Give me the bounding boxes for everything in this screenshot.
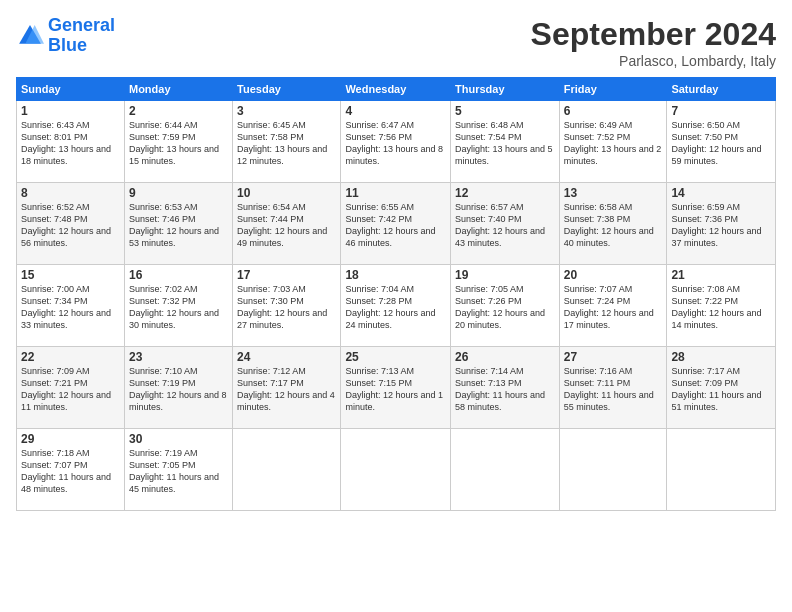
table-row	[559, 429, 667, 511]
table-row	[667, 429, 776, 511]
table-row: 10 Sunrise: 6:54 AMSunset: 7:44 PMDaylig…	[233, 183, 341, 265]
table-row: 3 Sunrise: 6:45 AMSunset: 7:58 PMDayligh…	[233, 101, 341, 183]
table-row: 21 Sunrise: 7:08 AMSunset: 7:22 PMDaylig…	[667, 265, 776, 347]
table-row	[233, 429, 341, 511]
table-row: 22 Sunrise: 7:09 AMSunset: 7:21 PMDaylig…	[17, 347, 125, 429]
table-row: 27 Sunrise: 7:16 AMSunset: 7:11 PMDaylig…	[559, 347, 667, 429]
table-row: 24 Sunrise: 7:12 AMSunset: 7:17 PMDaylig…	[233, 347, 341, 429]
table-row: 16 Sunrise: 7:02 AMSunset: 7:32 PMDaylig…	[124, 265, 232, 347]
table-row: 14 Sunrise: 6:59 AMSunset: 7:36 PMDaylig…	[667, 183, 776, 265]
table-row: 7 Sunrise: 6:50 AMSunset: 7:50 PMDayligh…	[667, 101, 776, 183]
table-row: 28 Sunrise: 7:17 AMSunset: 7:09 PMDaylig…	[667, 347, 776, 429]
col-thursday: Thursday	[451, 78, 560, 101]
table-row: 1 Sunrise: 6:43 AMSunset: 8:01 PMDayligh…	[17, 101, 125, 183]
table-row: 29 Sunrise: 7:18 AMSunset: 7:07 PMDaylig…	[17, 429, 125, 511]
table-row: 23 Sunrise: 7:10 AMSunset: 7:19 PMDaylig…	[124, 347, 232, 429]
table-row: 4 Sunrise: 6:47 AMSunset: 7:56 PMDayligh…	[341, 101, 451, 183]
table-row: 19 Sunrise: 7:05 AMSunset: 7:26 PMDaylig…	[451, 265, 560, 347]
title-block: September 2024 Parlasco, Lombardy, Italy	[531, 16, 776, 69]
table-row: 12 Sunrise: 6:57 AMSunset: 7:40 PMDaylig…	[451, 183, 560, 265]
table-row: 11 Sunrise: 6:55 AMSunset: 7:42 PMDaylig…	[341, 183, 451, 265]
col-wednesday: Wednesday	[341, 78, 451, 101]
table-row: 30 Sunrise: 7:19 AMSunset: 7:05 PMDaylig…	[124, 429, 232, 511]
table-row: 9 Sunrise: 6:53 AMSunset: 7:46 PMDayligh…	[124, 183, 232, 265]
logo: General Blue	[16, 16, 115, 56]
col-monday: Monday	[124, 78, 232, 101]
table-row: 5 Sunrise: 6:48 AMSunset: 7:54 PMDayligh…	[451, 101, 560, 183]
logo-text: General Blue	[48, 16, 115, 56]
table-row: 6 Sunrise: 6:49 AMSunset: 7:52 PMDayligh…	[559, 101, 667, 183]
table-row: 20 Sunrise: 7:07 AMSunset: 7:24 PMDaylig…	[559, 265, 667, 347]
table-row: 8 Sunrise: 6:52 AMSunset: 7:48 PMDayligh…	[17, 183, 125, 265]
table-row: 18 Sunrise: 7:04 AMSunset: 7:28 PMDaylig…	[341, 265, 451, 347]
page: General Blue September 2024 Parlasco, Lo…	[0, 0, 792, 612]
table-row: 25 Sunrise: 7:13 AMSunset: 7:15 PMDaylig…	[341, 347, 451, 429]
col-friday: Friday	[559, 78, 667, 101]
month-title: September 2024	[531, 16, 776, 53]
header: General Blue September 2024 Parlasco, Lo…	[16, 16, 776, 69]
calendar: Sunday Monday Tuesday Wednesday Thursday…	[16, 77, 776, 511]
table-row	[451, 429, 560, 511]
table-row: 15 Sunrise: 7:00 AMSunset: 7:34 PMDaylig…	[17, 265, 125, 347]
col-tuesday: Tuesday	[233, 78, 341, 101]
calendar-header-row: Sunday Monday Tuesday Wednesday Thursday…	[17, 78, 776, 101]
logo-icon	[16, 22, 44, 50]
col-saturday: Saturday	[667, 78, 776, 101]
location: Parlasco, Lombardy, Italy	[531, 53, 776, 69]
table-row: 2 Sunrise: 6:44 AMSunset: 7:59 PMDayligh…	[124, 101, 232, 183]
table-row: 17 Sunrise: 7:03 AMSunset: 7:30 PMDaylig…	[233, 265, 341, 347]
table-row: 13 Sunrise: 6:58 AMSunset: 7:38 PMDaylig…	[559, 183, 667, 265]
table-row: 26 Sunrise: 7:14 AMSunset: 7:13 PMDaylig…	[451, 347, 560, 429]
col-sunday: Sunday	[17, 78, 125, 101]
table-row	[341, 429, 451, 511]
